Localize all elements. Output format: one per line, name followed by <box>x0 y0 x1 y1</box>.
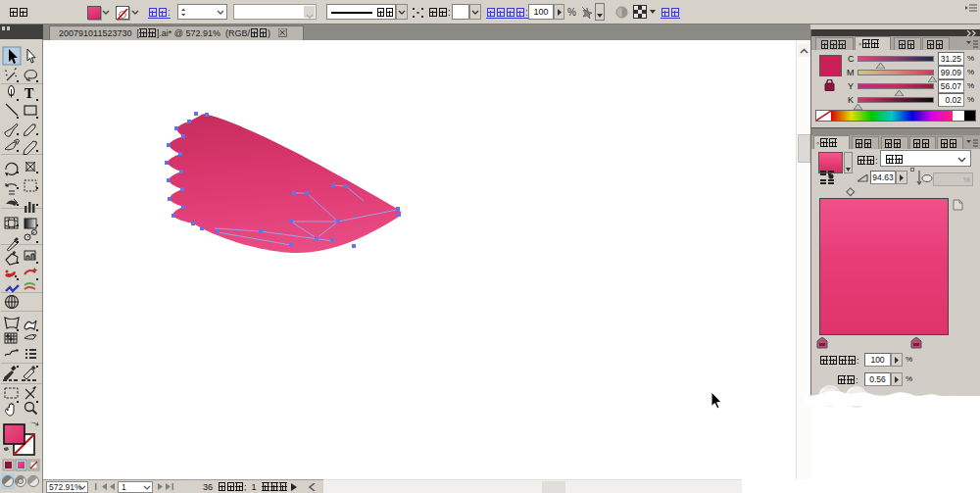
svg-text:T: T <box>24 86 34 101</box>
